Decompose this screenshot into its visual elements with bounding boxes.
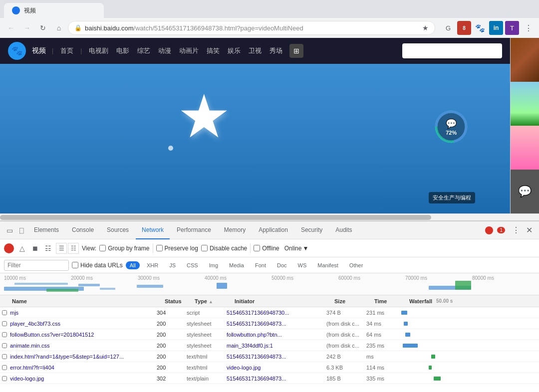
cell-name[interactable]: animate.min.css — [8, 343, 155, 349]
disable-cache-checkbox[interactable] — [201, 245, 208, 251]
cell-initiator[interactable]: 5154653171366948730... — [225, 310, 324, 316]
offline-label[interactable]: Offline — [254, 245, 279, 252]
row-select-checkbox[interactable] — [2, 376, 7, 381]
tab-application[interactable]: Application — [253, 221, 294, 239]
filter-button[interactable]: ☷ — [43, 243, 53, 253]
filter-js[interactable]: JS — [165, 261, 180, 269]
filter-manifest[interactable]: Manifest — [313, 261, 342, 269]
row-select-checkbox[interactable] — [2, 343, 7, 348]
row-select-checkbox[interactable] — [2, 354, 7, 359]
active-tab[interactable]: 视频 — [4, 3, 104, 18]
scrollbar-thumb[interactable] — [0, 215, 431, 220]
table-row[interactable]: index.html?rand=1&type=5&step=1&uid=127.… — [0, 351, 539, 362]
cell-name[interactable]: index.html?rand=1&type=5&step=1&uid=127.… — [8, 354, 155, 360]
ext4-button[interactable]: in — [489, 21, 503, 35]
filter-input[interactable] — [4, 260, 69, 271]
tab-elements[interactable]: Elements — [28, 221, 65, 239]
row-select-checkbox[interactable] — [2, 332, 7, 337]
table-row[interactable]: mjs 304 script 5154653171366948730... 37… — [0, 307, 539, 318]
group-by-frame-label[interactable]: Group by frame — [99, 245, 149, 252]
reload-button[interactable]: ↻ — [36, 21, 50, 35]
cell-name[interactable]: player_4bc3bf73.css — [8, 321, 155, 327]
filter-doc[interactable]: Doc — [273, 261, 291, 269]
table-row[interactable]: animate.min.css 200 stylesheet main_33f4… — [0, 340, 539, 351]
devtools-close-button[interactable]: ✕ — [523, 224, 535, 236]
filter-other[interactable]: Other — [345, 261, 367, 269]
tab-performance[interactable]: Performance — [171, 221, 217, 239]
row-checkbox[interactable] — [0, 365, 8, 370]
row-checkbox[interactable] — [0, 343, 8, 348]
cell-initiator[interactable]: 515465317136694873... — [225, 354, 324, 360]
menu-button[interactable]: ⋮ — [521, 21, 535, 35]
cell-initiator[interactable]: video-logo.jpg — [225, 365, 324, 371]
nav-show[interactable]: 秀场 — [269, 44, 283, 57]
nav-funny[interactable]: 搞笑 — [206, 44, 221, 57]
nav-entertainment[interactable]: 娱乐 — [227, 44, 242, 57]
thumbnail-2[interactable] — [511, 82, 539, 126]
table-row[interactable]: followButton.css?ver=2018041512 200 styl… — [0, 329, 539, 340]
tab-network[interactable]: Network — [136, 221, 170, 239]
preserve-log-label[interactable]: Preserve log — [156, 245, 198, 252]
back-button[interactable]: ← — [4, 21, 18, 35]
row-checkbox[interactable] — [0, 332, 8, 337]
nav-anime[interactable]: 动漫 — [157, 44, 172, 57]
tab-sources[interactable]: Sources — [101, 221, 135, 239]
tab-memory[interactable]: Memory — [218, 221, 252, 239]
thumbnail-3[interactable] — [511, 126, 539, 170]
row-checkbox[interactable] — [0, 354, 8, 359]
cell-initiator[interactable]: 515465317136694873... — [225, 376, 324, 382]
grid-menu-icon[interactable]: ⊞ — [289, 44, 303, 58]
table-row[interactable]: player_4bc3bf73.css 200 stylesheet 51546… — [0, 318, 539, 329]
cell-name[interactable]: video-logo.jpg — [8, 376, 155, 382]
hide-data-urls-checkbox[interactable] — [72, 262, 78, 268]
table-row[interactable]: video-logo.jpg 302 text/plain 5154653171… — [0, 373, 539, 384]
view-tree-button[interactable]: ☷ — [68, 243, 79, 254]
devtools-menu-button[interactable]: ⋮ — [510, 224, 522, 236]
nav-variety[interactable]: 综艺 — [136, 44, 151, 57]
hide-data-urls-label[interactable]: Hide data URLs — [72, 262, 123, 269]
thumbnail-1[interactable] — [511, 38, 539, 82]
nav-tv[interactable]: 电视剧 — [88, 44, 109, 57]
camcorder-button[interactable]: ◼ — [30, 243, 40, 253]
ext5-button[interactable]: T — [505, 21, 519, 35]
nav-animation[interactable]: 动画片 — [178, 44, 200, 57]
cell-initiator[interactable]: main_33f4ddf0.js:1 — [225, 343, 324, 349]
tab-audits[interactable]: Audits — [329, 221, 358, 239]
cell-name[interactable]: error.html?fr=li404 — [8, 365, 155, 371]
tab-console[interactable]: Console — [66, 221, 100, 239]
clear-button[interactable]: △ — [17, 243, 27, 253]
row-select-checkbox[interactable] — [2, 321, 7, 326]
group-by-frame-checkbox[interactable] — [99, 245, 106, 251]
nav-satellite[interactable]: 卫视 — [248, 44, 263, 57]
nav-home[interactable]: 首页 — [59, 44, 74, 57]
row-select-checkbox[interactable] — [2, 365, 7, 370]
search-box[interactable] — [402, 43, 502, 58]
forward-button[interactable]: → — [20, 21, 34, 35]
ext3-button[interactable]: 🐾 — [473, 21, 487, 35]
table-row[interactable]: error.html?fr=li404 200 text/html video-… — [0, 362, 539, 373]
cell-name[interactable]: mjs — [8, 310, 155, 316]
thumbnail-4[interactable]: 💬 — [511, 170, 539, 213]
filter-font[interactable]: Font — [251, 261, 270, 269]
devtools-inspect-button[interactable]: ▭ — [4, 225, 15, 236]
address-bar[interactable]: 🔒 baishi.baidu.com/watch/515465317136694… — [68, 21, 435, 35]
cell-initiator[interactable]: 515465317136694873... — [225, 321, 324, 327]
record-button[interactable] — [4, 243, 14, 253]
nav-movie[interactable]: 电影 — [115, 44, 130, 57]
filter-xhr[interactable]: XHR — [143, 261, 162, 269]
filter-css[interactable]: CSS — [183, 261, 202, 269]
offline-checkbox[interactable] — [254, 245, 260, 251]
online-dropdown[interactable]: Online ▼ — [282, 244, 311, 253]
devtools-device-button[interactable]: ⎕ — [16, 225, 27, 236]
cell-name[interactable]: followButton.css?ver=2018041512 — [8, 332, 155, 338]
scrollbar-area[interactable] — [0, 213, 539, 220]
row-select-checkbox[interactable] — [2, 310, 7, 315]
filter-ws[interactable]: WS — [294, 261, 311, 269]
translate-extension-button[interactable]: G — [441, 21, 455, 35]
bookmark-star-icon[interactable]: ★ — [422, 24, 429, 32]
home-button[interactable]: ⌂ — [52, 21, 66, 35]
view-list-button[interactable]: ☰ — [56, 243, 67, 254]
ext2-button[interactable]: 8 — [457, 21, 471, 35]
filter-all[interactable]: All — [126, 261, 140, 269]
row-checkbox[interactable] — [0, 376, 8, 381]
